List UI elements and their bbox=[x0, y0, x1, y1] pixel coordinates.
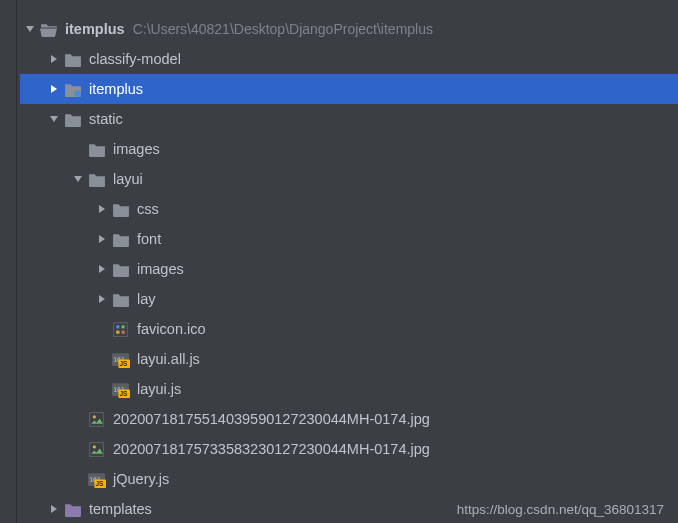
watermark-text: https://blog.csdn.net/qq_36801317 bbox=[457, 502, 664, 517]
image-file-icon bbox=[112, 320, 130, 338]
tree-label: css bbox=[137, 201, 159, 217]
expand-toggle bbox=[94, 381, 110, 397]
js-file-icon bbox=[88, 470, 106, 488]
folder-special-icon bbox=[64, 80, 82, 98]
folder-icon bbox=[88, 170, 106, 188]
tree-label: layui.all.js bbox=[137, 351, 200, 367]
tree-row[interactable]: static bbox=[20, 104, 678, 134]
panel-gutter bbox=[0, 0, 17, 523]
expand-toggle bbox=[94, 351, 110, 367]
tree-row[interactable]: jQuery.js bbox=[20, 464, 678, 494]
tree-label: layui bbox=[113, 171, 143, 187]
tree-path-hint: C:\Users\40821\Desktop\DjangoProject\ite… bbox=[133, 21, 433, 37]
expand-toggle bbox=[70, 141, 86, 157]
project-tree-panel: itemplus C:\Users\40821\Desktop\DjangoPr… bbox=[0, 0, 678, 523]
tree-label: images bbox=[137, 261, 184, 277]
folder-icon bbox=[64, 50, 82, 68]
tree-label: itemplus bbox=[65, 21, 125, 37]
expand-toggle[interactable] bbox=[46, 81, 62, 97]
expand-toggle bbox=[70, 471, 86, 487]
folder-open-icon bbox=[40, 20, 58, 38]
tree-label: 20200718175514039590127230044MH-0174.jpg bbox=[113, 411, 430, 427]
expand-toggle bbox=[70, 441, 86, 457]
image-file-icon bbox=[88, 440, 106, 458]
tree-row-root[interactable]: itemplus C:\Users\40821\Desktop\DjangoPr… bbox=[20, 14, 678, 44]
expand-toggle[interactable] bbox=[46, 501, 62, 517]
js-file-icon bbox=[112, 350, 130, 368]
project-tree[interactable]: itemplus C:\Users\40821\Desktop\DjangoPr… bbox=[20, 0, 678, 523]
expand-toggle[interactable] bbox=[46, 51, 62, 67]
expand-toggle[interactable] bbox=[94, 231, 110, 247]
expand-toggle[interactable] bbox=[70, 171, 86, 187]
tree-label: layui.js bbox=[137, 381, 181, 397]
folder-icon bbox=[88, 140, 106, 158]
tree-label: classify-model bbox=[89, 51, 181, 67]
tree-row[interactable]: layui.js bbox=[20, 374, 678, 404]
folder-icon bbox=[112, 200, 130, 218]
folder-icon bbox=[112, 260, 130, 278]
tree-label: jQuery.js bbox=[113, 471, 169, 487]
expand-toggle[interactable] bbox=[94, 201, 110, 217]
tree-label: itemplus bbox=[89, 81, 143, 97]
tree-label: templates bbox=[89, 501, 152, 517]
tree-label: 20200718175733583230127230044MH-0174.jpg bbox=[113, 441, 430, 457]
tree-row[interactable]: layui.all.js bbox=[20, 344, 678, 374]
tree-label: favicon.ico bbox=[137, 321, 206, 337]
tree-row-selected[interactable]: itemplus bbox=[20, 74, 678, 104]
expand-toggle[interactable] bbox=[46, 111, 62, 127]
tree-label: static bbox=[89, 111, 123, 127]
tree-row[interactable]: css bbox=[20, 194, 678, 224]
templates-folder-icon bbox=[64, 500, 82, 518]
tree-row[interactable]: layui bbox=[20, 164, 678, 194]
expand-toggle[interactable] bbox=[94, 291, 110, 307]
tree-row[interactable]: favicon.ico bbox=[20, 314, 678, 344]
folder-icon bbox=[112, 290, 130, 308]
tree-label: lay bbox=[137, 291, 156, 307]
image-file-icon bbox=[88, 410, 106, 428]
tree-row[interactable]: lay bbox=[20, 284, 678, 314]
tree-row[interactable]: 20200718175514039590127230044MH-0174.jpg bbox=[20, 404, 678, 434]
js-file-icon bbox=[112, 380, 130, 398]
folder-icon bbox=[64, 110, 82, 128]
expand-toggle[interactable] bbox=[94, 261, 110, 277]
tree-row[interactable]: font bbox=[20, 224, 678, 254]
tree-row[interactable]: classify-model bbox=[20, 44, 678, 74]
tree-label: images bbox=[113, 141, 160, 157]
expand-toggle bbox=[70, 411, 86, 427]
tree-row[interactable]: images bbox=[20, 254, 678, 284]
tree-row[interactable]: images bbox=[20, 134, 678, 164]
expand-toggle[interactable] bbox=[22, 21, 38, 37]
expand-toggle bbox=[94, 321, 110, 337]
folder-icon bbox=[112, 230, 130, 248]
tree-row[interactable]: 20200718175733583230127230044MH-0174.jpg bbox=[20, 434, 678, 464]
tree-label: font bbox=[137, 231, 161, 247]
